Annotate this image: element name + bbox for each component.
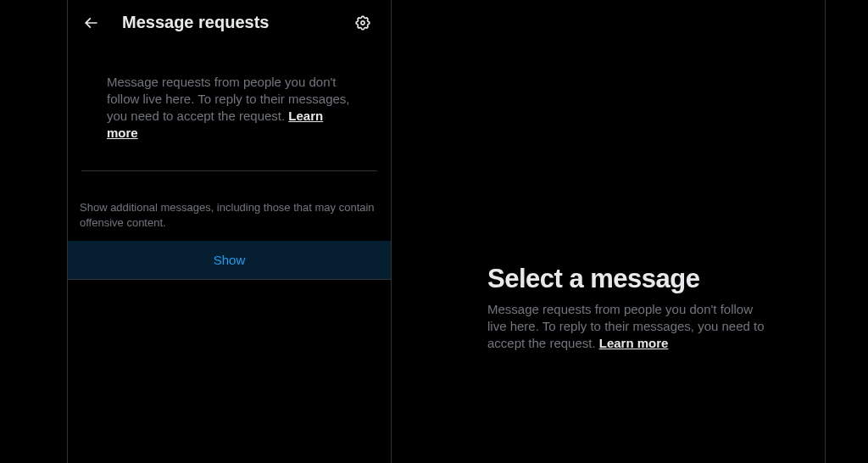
select-message-title: Select a message	[487, 264, 774, 294]
back-button[interactable]	[76, 8, 105, 37]
show-button[interactable]: Show	[68, 241, 391, 280]
left-gutter	[0, 0, 68, 463]
select-message-text: Message requests from people you don't f…	[487, 301, 774, 352]
message-detail-panel: Select a message Message requests from p…	[392, 0, 826, 463]
message-requests-panel: Message requests Message requests from p…	[68, 0, 392, 463]
right-gutter	[826, 0, 868, 463]
arrow-left-icon	[82, 14, 99, 31]
app-container: Message requests Message requests from p…	[0, 0, 868, 463]
additional-messages-text: Show additional messages, including thos…	[68, 171, 391, 241]
panel-title: Message requests	[122, 13, 331, 32]
panel-header: Message requests	[68, 0, 391, 45]
settings-button[interactable]	[348, 8, 377, 37]
learn-more-link-right[interactable]: Learn more	[599, 336, 669, 350]
info-text: Message requests from people you don't f…	[68, 45, 391, 159]
gear-icon	[354, 14, 371, 31]
